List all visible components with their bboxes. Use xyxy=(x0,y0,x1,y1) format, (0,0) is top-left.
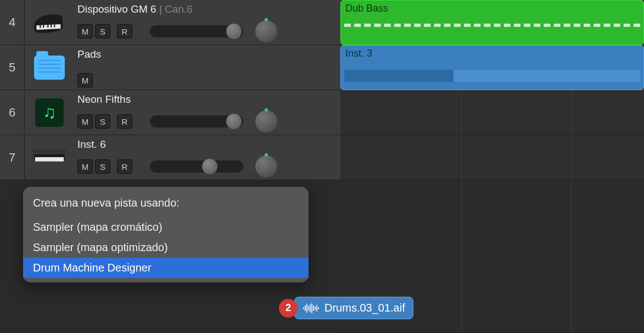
svg-rect-2 xyxy=(43,25,44,27)
track-number: 4 xyxy=(0,0,25,45)
region-midi-preview xyxy=(344,24,640,27)
region-label: Inst. 3 xyxy=(345,48,372,59)
track-body: Pads M xyxy=(74,45,340,90)
track-number: 7 xyxy=(0,135,25,180)
track-number: 5 xyxy=(0,45,25,90)
svg-rect-8 xyxy=(33,149,66,153)
track-controls: M xyxy=(77,73,336,87)
msr-group: M xyxy=(77,73,93,87)
note-icon: ♫ xyxy=(32,98,67,127)
popup-title: Crea una nueva pista usando: xyxy=(23,195,309,217)
record-button[interactable]: R xyxy=(117,114,132,129)
track-body: Dispositivo GM 6 | Can.6 M S R xyxy=(74,0,340,45)
slider-thumb[interactable] xyxy=(202,159,217,174)
track-name: Inst. 6 xyxy=(77,138,106,150)
solo-button[interactable]: S xyxy=(95,159,110,174)
track-name: Pads xyxy=(77,48,101,60)
track-name: Neon Fifths xyxy=(77,93,131,105)
record-button[interactable]: R xyxy=(117,24,132,38)
arrange-lane[interactable] xyxy=(340,135,644,180)
waveform-icon xyxy=(303,303,319,314)
track-list-panel: 4 Dispositivo GM 6 | Can.6 M S R xyxy=(0,0,340,333)
track-icon-wrap xyxy=(25,0,74,45)
region-midi-preview xyxy=(453,70,640,82)
slider-thumb[interactable] xyxy=(226,114,242,129)
msr-group: M S R xyxy=(77,114,132,129)
track-icon-wrap xyxy=(25,135,74,180)
track-controls: M S R xyxy=(77,110,336,132)
pan-knob[interactable] xyxy=(255,20,277,42)
svg-rect-7 xyxy=(35,157,64,162)
track-number: 6 xyxy=(0,90,25,135)
drag-filename: Drums.03_01.aif xyxy=(324,302,405,314)
record-button[interactable]: R xyxy=(117,159,132,174)
track-title: Neon Fifths xyxy=(77,93,336,106)
track-controls: M S R xyxy=(77,156,336,177)
create-track-popup: Crea una nueva pista usando: Sampler (ma… xyxy=(23,187,309,282)
msr-group: M S R xyxy=(77,159,132,174)
track-title: Pads xyxy=(77,48,336,60)
track-title: Dispositivo GM 6 | Can.6 xyxy=(77,3,336,15)
track-controls: M S R xyxy=(77,20,336,42)
volume-slider[interactable] xyxy=(150,115,243,127)
app-root: 4 Dispositivo GM 6 | Can.6 M S R xyxy=(0,0,644,333)
grid-line xyxy=(461,90,462,333)
popup-item-drum-machine-designer[interactable]: Drum Machine Designer xyxy=(23,258,309,278)
arrange-lane[interactable] xyxy=(340,90,644,135)
track-row[interactable]: 7 Inst. 6 M S R xyxy=(0,135,340,180)
solo-button[interactable]: S xyxy=(95,24,110,38)
keyboard-icon xyxy=(32,143,67,173)
drag-count-badge: 2 xyxy=(279,299,298,318)
drag-indicator: 2 Drums.03_01.aif xyxy=(279,297,413,319)
track-row[interactable]: 5 Pads M xyxy=(0,45,340,90)
popup-item-sampler-optimized[interactable]: Sampler (mapa optimizado) xyxy=(23,237,309,258)
svg-rect-1 xyxy=(40,25,41,27)
grid-line xyxy=(571,90,572,333)
track-title: Inst. 6 xyxy=(77,138,336,151)
drag-file-chip: Drums.03_01.aif xyxy=(294,297,413,319)
track-channel-suffix: | Can.6 xyxy=(156,3,193,15)
track-row[interactable]: 4 Dispositivo GM 6 | Can.6 M S R xyxy=(0,0,340,45)
region-dub-bass[interactable]: Dub Bass xyxy=(340,0,644,45)
msr-group: M S R xyxy=(77,24,132,38)
piano-icon xyxy=(31,7,68,38)
folder-icon xyxy=(32,53,67,82)
svg-rect-4 xyxy=(51,24,52,27)
track-body: Neon Fifths M S R xyxy=(74,90,340,135)
track-icon-wrap: ♫ xyxy=(25,90,74,135)
region-inst-3[interactable]: Inst. 3 xyxy=(340,45,644,90)
track-name: Dispositivo GM 6 xyxy=(77,3,156,15)
slider-thumb[interactable] xyxy=(226,24,242,39)
svg-rect-3 xyxy=(47,25,48,27)
svg-rect-5 xyxy=(54,24,55,27)
region-label: Dub Bass xyxy=(345,3,388,14)
track-body: Inst. 6 M S R xyxy=(74,135,340,180)
arrange-area[interactable]: Dub Bass Inst. 3 xyxy=(340,0,644,333)
volume-slider[interactable] xyxy=(150,25,243,37)
track-row[interactable]: 6 ♫ Neon Fifths M S R xyxy=(0,90,340,135)
mute-button[interactable]: M xyxy=(77,73,93,87)
mute-button[interactable]: M xyxy=(77,24,93,38)
pan-knob[interactable] xyxy=(255,156,277,177)
volume-slider[interactable] xyxy=(150,160,243,173)
popup-item-sampler-chromatic[interactable]: Sampler (mapa cromático) xyxy=(23,217,309,237)
track-icon-wrap xyxy=(25,45,74,90)
mute-button[interactable]: M xyxy=(77,159,93,174)
solo-button[interactable]: S xyxy=(95,114,110,129)
pan-knob[interactable] xyxy=(255,110,277,132)
mute-button[interactable]: M xyxy=(77,114,93,129)
